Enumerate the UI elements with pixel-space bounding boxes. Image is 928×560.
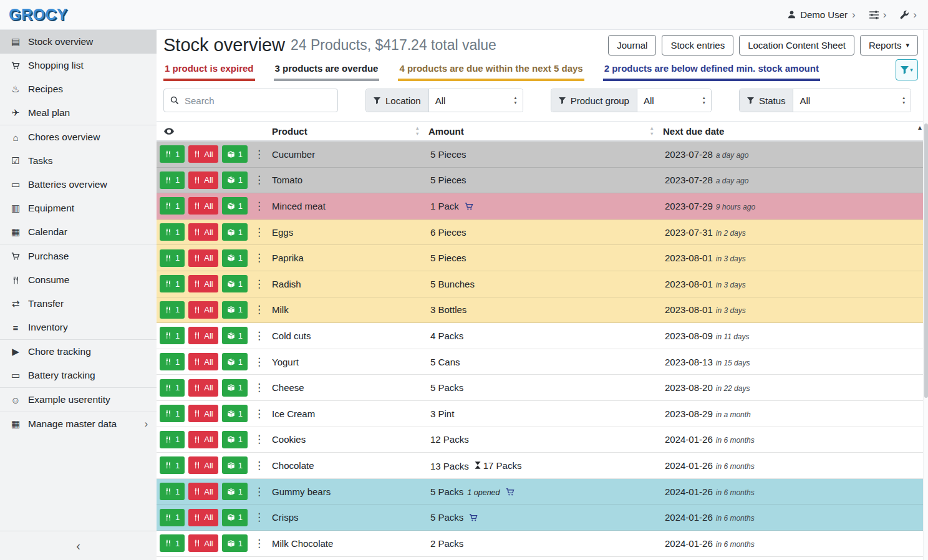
location-content-sheet-button[interactable]: Location Content Sheet (739, 35, 854, 56)
row-menu-button[interactable]: ⋮ (251, 253, 267, 263)
consume-one-button[interactable]: 1 (160, 353, 185, 370)
status-filter-select[interactable]: All ▲▼ (793, 89, 911, 112)
open-one-button[interactable]: 1 (222, 197, 248, 215)
row-menu-button[interactable]: ⋮ (251, 382, 267, 393)
open-one-button[interactable]: 1 (222, 223, 248, 241)
row-menu-button[interactable]: ⋮ (251, 304, 267, 315)
consume-all-button[interactable]: All (188, 145, 218, 163)
stock-entries-button[interactable]: Stock entries (662, 35, 733, 56)
open-one-button[interactable]: 1 (222, 327, 248, 344)
consume-all-button[interactable]: All (188, 249, 218, 267)
consume-all-button[interactable]: All (188, 509, 218, 526)
table-row[interactable]: 1 All 1 ⋮ Cold cuts (157, 323, 928, 349)
consume-all-button[interactable]: All (188, 405, 218, 422)
admin-menu[interactable]: › (900, 9, 917, 20)
column-header-product[interactable]: Product ▲▼ (269, 122, 428, 140)
row-menu-button[interactable]: ⋮ (251, 512, 267, 523)
open-one-button[interactable]: 1 (222, 301, 248, 319)
open-one-button[interactable]: 1 (222, 353, 248, 370)
table-row[interactable]: 1 All 1 ⋮ Cucumber (157, 142, 928, 168)
table-row[interactable]: 1 All 1 ⋮ Eggs (157, 220, 928, 246)
sidebar-item[interactable]: ☺ Example userentity › (0, 388, 157, 412)
open-one-button[interactable]: 1 (222, 431, 248, 448)
consume-one-button[interactable]: 1 (160, 327, 185, 344)
consume-one-button[interactable]: 1 (160, 431, 185, 448)
consume-one-button[interactable]: 1 (160, 456, 185, 474)
sidebar-item[interactable]: ⇄ Transfer › (0, 292, 157, 316)
table-filter-button[interactable]: ▾ (896, 59, 918, 80)
consume-all-button[interactable]: All (188, 301, 218, 319)
table-row[interactable]: 1 All 1 ⋮ Crisps (157, 504, 928, 531)
open-one-button[interactable]: 1 (222, 145, 248, 163)
table-row[interactable]: 1 All 1 ⋮ Tomato (157, 168, 928, 194)
row-menu-button[interactable]: ⋮ (251, 538, 267, 549)
table-row[interactable]: 1 All 1 ⋮ Chocolate (157, 453, 928, 479)
consume-one-button[interactable]: 1 (160, 171, 185, 189)
status-banner[interactable]: 4 products are due within the next 5 day… (398, 59, 584, 81)
table-row[interactable]: 1 All 1 ⋮ Milk (157, 297, 928, 324)
sidebar-item[interactable]: ▦ Manage master data › (0, 412, 157, 436)
search-input[interactable] (185, 95, 331, 106)
consume-one-button[interactable]: 1 (160, 249, 185, 267)
open-one-button[interactable]: 1 (222, 171, 248, 189)
sidebar-collapse-button[interactable]: ‹ (0, 531, 157, 560)
row-menu-button[interactable]: ⋮ (251, 175, 267, 185)
consume-one-button[interactable]: 1 (160, 534, 185, 552)
table-row[interactable]: 1 All 1 ⋮ Cheese (157, 375, 928, 401)
table-row[interactable]: 1 All 1 ⋮ Cookies (157, 427, 928, 453)
scrollbar-thumb[interactable] (924, 123, 928, 398)
table-row[interactable]: 1 All 1 ⋮ Yogurt (157, 349, 928, 375)
consume-one-button[interactable]: 1 (160, 509, 185, 526)
consume-all-button[interactable]: All (188, 223, 218, 241)
column-header-next-due-date[interactable]: Next due date ▲ (663, 122, 928, 140)
open-one-button[interactable]: 1 (222, 483, 248, 500)
row-menu-button[interactable]: ⋮ (251, 331, 267, 341)
consume-all-button[interactable]: All (188, 379, 218, 397)
open-one-button[interactable]: 1 (222, 275, 248, 292)
sidebar-item[interactable]: Consume › (0, 268, 157, 292)
visibility-column-toggle[interactable] (157, 122, 269, 140)
consume-all-button[interactable]: All (188, 275, 218, 292)
consume-all-button[interactable]: All (188, 171, 218, 189)
consume-all-button[interactable]: All (188, 197, 218, 215)
consume-one-button[interactable]: 1 (160, 197, 185, 215)
table-row[interactable]: 1 All 1 ⋮ Paprika (157, 245, 928, 271)
open-one-button[interactable]: 1 (222, 379, 248, 397)
display-settings-menu[interactable]: › (869, 9, 887, 20)
sidebar-item[interactable]: ▤ Stock overview › (0, 30, 157, 54)
consume-all-button[interactable]: All (188, 456, 218, 474)
row-menu-button[interactable]: ⋮ (251, 460, 267, 471)
row-menu-button[interactable]: ⋮ (251, 227, 267, 238)
sidebar-item[interactable]: ♨ Recipes › (0, 77, 157, 101)
consume-all-button[interactable]: All (188, 353, 218, 370)
location-filter-select[interactable]: All ▲▼ (429, 89, 523, 112)
table-row[interactable]: 1 All 1 ⋮ Minced meat (157, 193, 928, 220)
consume-one-button[interactable]: 1 (160, 301, 185, 319)
user-menu[interactable]: Demo User › (788, 9, 856, 20)
sidebar-item[interactable]: Shopping list › (0, 54, 157, 77)
sidebar-item[interactable]: ⌂ Chores overview › (0, 125, 157, 149)
open-one-button[interactable]: 1 (222, 249, 248, 267)
status-banner[interactable]: 3 products are overdue (274, 59, 380, 81)
sidebar-item[interactable]: ▥ Equipment › (0, 196, 157, 220)
consume-one-button[interactable]: 1 (160, 405, 185, 422)
row-menu-button[interactable]: ⋮ (251, 279, 267, 289)
sidebar-item[interactable]: ☑ Tasks › (0, 149, 157, 173)
open-one-button[interactable]: 1 (222, 405, 248, 422)
row-menu-button[interactable]: ⋮ (251, 201, 267, 211)
table-row[interactable]: 1 All 1 ⋮ Radish (157, 271, 928, 297)
open-one-button[interactable]: 1 (222, 534, 248, 552)
row-menu-button[interactable]: ⋮ (251, 434, 267, 445)
sidebar-item[interactable]: Purchase › (0, 244, 157, 268)
sidebar-item[interactable]: ✈ Meal plan › (0, 101, 157, 125)
app-logo[interactable]: GROCY (9, 6, 67, 24)
status-banner[interactable]: 2 products are below defined min. stock … (603, 59, 820, 81)
row-menu-button[interactable]: ⋮ (251, 357, 267, 367)
sidebar-item[interactable]: ≡ Inventory › (0, 316, 157, 340)
row-menu-button[interactable]: ⋮ (251, 486, 267, 497)
sidebar-item[interactable]: ▦ Calendar › (0, 220, 157, 244)
sidebar-item[interactable]: ▶ Chore tracking › (0, 340, 157, 364)
consume-all-button[interactable]: All (188, 327, 218, 344)
reports-dropdown-button[interactable]: Reports▾ (860, 35, 918, 56)
sidebar-item[interactable]: ▭ Battery tracking › (0, 364, 157, 388)
